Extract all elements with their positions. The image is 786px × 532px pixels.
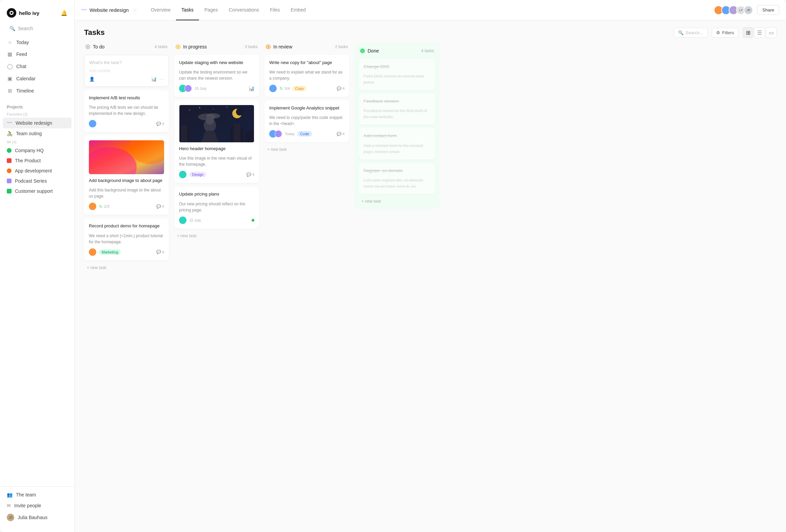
tab-overview[interactable]: Overview <box>145 0 176 20</box>
tab-files[interactable]: Files <box>264 0 286 20</box>
comment-count: 4 <box>162 250 164 254</box>
add-new-task-done[interactable]: + new task <box>359 198 435 205</box>
task-footer: 💬 4 <box>89 120 164 127</box>
project-item-website-redesign[interactable]: 〰 Website redesign <box>3 118 72 128</box>
timeline-icon: ⊞ <box>7 88 13 94</box>
project-label: Company HQ <box>15 148 44 153</box>
view-grid-button[interactable]: ⊞ <box>743 27 753 38</box>
main-content: 〰 Website redesign ☆ Overview Tasks Page… <box>75 0 786 532</box>
task-footer: ↻ 2/3 💬 4 <box>89 203 164 210</box>
task-desc: Update the testing environment so we can… <box>179 69 254 81</box>
project-item-team-outing[interactable]: 🚴 Team outing <box>3 128 72 139</box>
board-search[interactable]: 🔍 Search... <box>674 28 708 38</box>
person-icon[interactable]: 👤 <box>89 77 95 82</box>
svg-point-12 <box>236 108 243 116</box>
svg-point-16 <box>206 116 214 125</box>
bottom-item-julia-bauhaus[interactable]: JB Julia Bauhaus <box>3 511 72 524</box>
project-item-the-product[interactable]: The Product <box>3 156 72 166</box>
sidebar-item-feed[interactable]: ▦ Feed <box>3 48 72 60</box>
task-title: Add background image to about page <box>89 178 164 184</box>
task-title: Add contact form <box>363 133 431 139</box>
new-task-card[interactable]: What's the task? Add subtitle 👤 📊 ⋯ <box>84 55 169 87</box>
avatar-jr: JR <box>744 5 753 15</box>
new-task-subtitle: Add subtitle <box>89 68 164 73</box>
tab-embed[interactable]: Embed <box>286 0 311 20</box>
task-card-register-domain: Register .co domain Let's also register … <box>359 163 435 194</box>
task-avatars <box>269 130 282 138</box>
svg-rect-21 <box>245 130 254 142</box>
comment-icon: 💬 <box>156 122 161 126</box>
logo-area: hello ivy 🔔 <box>0 5 74 23</box>
the-team-label: The team <box>16 492 36 497</box>
col-title-inreview: In review <box>273 44 292 49</box>
task-tag: Marketing <box>99 249 121 255</box>
app-logo-icon <box>7 8 16 18</box>
task-card-google-analytics: Implement Google Analytics snippet We ne… <box>264 100 349 142</box>
comment-count: 4 <box>342 132 345 136</box>
view-toggle: ⊞ ☰ ▭ <box>743 27 777 38</box>
new-task-placeholder[interactable]: What's the task? <box>89 60 164 65</box>
col-title-done: Done <box>368 48 379 54</box>
project-item-app-development[interactable]: App development <box>3 166 72 176</box>
sidebar-item-today[interactable]: ○ Today <box>3 37 72 48</box>
task-tag: Code <box>297 131 312 137</box>
task-tag: Design <box>189 172 206 177</box>
col-title-todo: To do <box>93 44 104 49</box>
project-item-customer-support[interactable]: Customer support <box>3 186 72 196</box>
task-desc: Use this image in the new main visual of… <box>179 155 254 167</box>
col-header-done: ✓ Done 4 tasks <box>359 46 435 56</box>
task-avatar <box>89 248 96 256</box>
col-count-done: 4 tasks <box>421 48 434 53</box>
more-icon[interactable]: ⋯ <box>159 77 164 82</box>
user-label: Julia Bauhaus <box>18 515 47 520</box>
task-comment: 💬 4 <box>156 122 164 126</box>
filter-icon: ⚙ <box>716 30 720 35</box>
comment-count: 4 <box>342 86 345 90</box>
board-header: Tasks 🔍 Search... ⚙ Filters ⊞ ☰ ▭ <box>75 20 786 42</box>
new-task-meta: 👤 📊 ⋯ <box>89 77 164 82</box>
add-new-task-inprogress[interactable]: + new task <box>174 232 259 240</box>
view-list-button[interactable]: ☰ <box>754 27 765 38</box>
bottom-item-invite-people[interactable]: ✉ Invite people <box>3 500 72 511</box>
tab-tasks[interactable]: Tasks <box>176 0 199 20</box>
tab-pages[interactable]: Pages <box>199 0 223 20</box>
sidebar: hello ivy 🔔 🔍 Search ○ Today ▦ Feed ◯ Ch… <box>0 0 75 532</box>
filters-button[interactable]: ⚙ Filters <box>712 28 739 38</box>
project-item-podcast-series[interactable]: Podcast Series <box>3 176 72 186</box>
share-button[interactable]: Share <box>757 5 779 15</box>
comment-count: 4 <box>252 172 254 177</box>
sidebar-search[interactable]: 🔍 Search <box>3 23 72 34</box>
tab-conversations[interactable]: Conversations <box>223 0 264 20</box>
col-header-inprogress: In progress 3 tasks <box>174 42 259 52</box>
task-desc: We need to copy/paste this code snippet … <box>269 115 345 127</box>
star-icon[interactable]: ☆ <box>133 7 137 13</box>
comment-count: 4 <box>162 204 164 208</box>
project-dot <box>7 168 12 173</box>
sidebar-item-chat[interactable]: ◯ Chat <box>3 61 72 72</box>
sidebar-item-calendar[interactable]: ▣ Calendar <box>3 73 72 84</box>
task-card-feedback-session: Feedback session Feedback round for the … <box>359 94 435 125</box>
task-card-write-copy: Write new copy for "about" page We need … <box>264 55 349 97</box>
task-desc: Feedback round for the first draft of th… <box>363 108 431 120</box>
sidebar-item-label: Today <box>16 40 29 45</box>
task-footer: 15 July 📊 <box>179 85 254 92</box>
add-new-task-inreview[interactable]: + new task <box>264 146 349 153</box>
status-dot-done: ✓ <box>360 48 365 53</box>
task-progress: ↻ 2/3 <box>99 204 109 209</box>
task-title: Implement Google Analytics snippet <box>269 105 345 111</box>
notification-icon[interactable]: 🔔 <box>61 10 67 16</box>
chart-icon[interactable]: 📊 <box>151 77 157 82</box>
task-image-abstract <box>89 140 164 174</box>
sidebar-item-timeline[interactable]: ⊞ Timeline <box>3 85 72 97</box>
bottom-item-the-team[interactable]: 👥 The team <box>3 489 72 500</box>
project-item-company-hq[interactable]: Company HQ <box>3 145 72 156</box>
svg-point-8 <box>213 109 214 109</box>
project-name: Website redesign <box>90 7 129 13</box>
view-other-button[interactable]: ▭ <box>766 27 777 38</box>
task-title: Feedback session <box>363 98 431 104</box>
task-footer: 15 July <box>179 217 254 224</box>
task-title: Implement A/B test results <box>89 95 164 101</box>
add-new-task-todo[interactable]: + new task <box>84 264 169 271</box>
search-icon: 🔍 <box>678 30 684 35</box>
comment-icon: 💬 <box>156 204 161 209</box>
